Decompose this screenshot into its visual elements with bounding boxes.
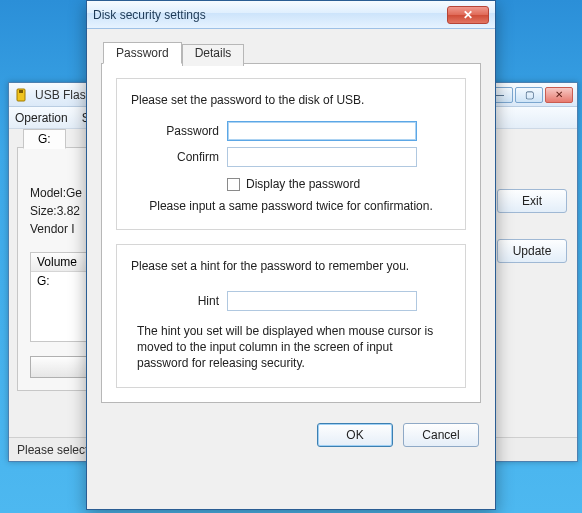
hint-group-heading: Please set a hint for the password to re…	[131, 259, 451, 273]
password-label: Password	[131, 124, 219, 138]
tab-password[interactable]: Password	[103, 42, 182, 64]
password-group-heading: Please set the password to the disk of U…	[131, 93, 451, 107]
hint-input[interactable]	[227, 291, 417, 311]
tab-strip: Password Details	[103, 42, 481, 64]
ok-button[interactable]: OK	[317, 423, 393, 447]
drive-tab[interactable]: G:	[23, 129, 66, 149]
display-password-label[interactable]: Display the password	[246, 177, 360, 191]
dialog-title: Disk security settings	[93, 8, 206, 22]
confirm-label: Confirm	[131, 150, 219, 164]
exit-button[interactable]: Exit	[497, 189, 567, 213]
svg-rect-1	[19, 90, 23, 93]
password-note: Please input a same password twice for c…	[131, 199, 451, 213]
password-group: Please set the password to the disk of U…	[116, 78, 466, 230]
disk-security-dialog: Disk security settings ✕ Password Detail…	[86, 0, 496, 510]
update-button[interactable]: Update	[497, 239, 567, 263]
close-icon: ✕	[463, 8, 473, 22]
hint-group: Please set a hint for the password to re…	[116, 244, 466, 388]
hint-label: Hint	[131, 294, 219, 308]
dialog-close-button[interactable]: ✕	[447, 6, 489, 24]
tab-panel-password: Please set the password to the disk of U…	[101, 63, 481, 403]
tab-details[interactable]: Details	[182, 44, 245, 66]
password-input[interactable]	[227, 121, 417, 141]
dialog-titlebar: Disk security settings ✕	[87, 1, 495, 29]
menu-operation[interactable]: Operation	[15, 111, 68, 125]
cancel-button[interactable]: Cancel	[403, 423, 479, 447]
close-button[interactable]: ✕	[545, 87, 573, 103]
usb-app-icon	[13, 87, 29, 103]
maximize-button[interactable]: ▢	[515, 87, 543, 103]
dialog-button-bar: OK Cancel	[87, 413, 495, 447]
display-password-checkbox[interactable]	[227, 178, 240, 191]
confirm-input[interactable]	[227, 147, 417, 167]
hint-note: The hint you set will be displayed when …	[137, 323, 445, 371]
